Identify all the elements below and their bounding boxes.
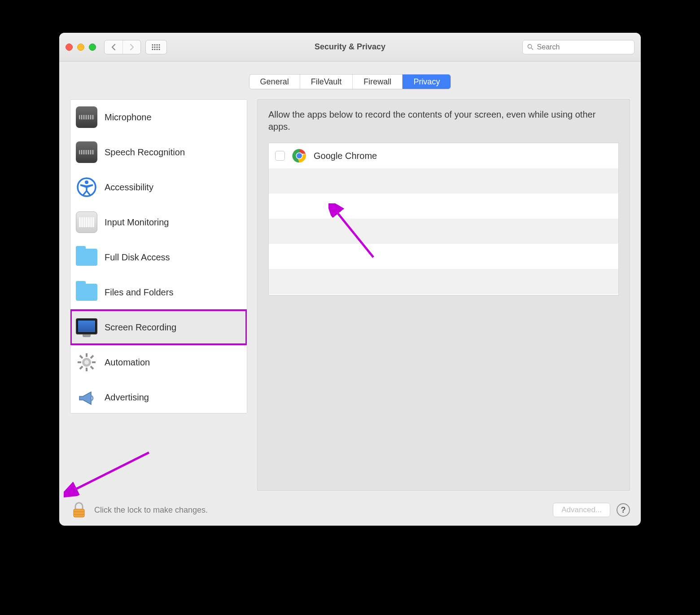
sidebar-item-speech-recognition[interactable]: Speech Recognition (70, 135, 247, 170)
svg-point-1 (154, 44, 155, 45)
svg-point-4 (152, 46, 153, 48)
sidebar-item-advertising[interactable]: Advertising (70, 380, 247, 413)
microphone-icon (76, 106, 97, 128)
sidebar-item-microphone[interactable]: Microphone (70, 100, 247, 135)
svg-point-2 (156, 44, 158, 45)
gear-icon (76, 351, 97, 373)
screen-icon (76, 316, 97, 338)
titlebar: Security & Privacy (59, 33, 641, 62)
svg-point-7 (158, 46, 160, 48)
app-checkbox[interactable] (275, 151, 285, 161)
list-row-blank (269, 244, 618, 269)
sidebar-item-input-monitoring[interactable]: Input Monitoring (70, 205, 247, 240)
list-row-blank (269, 193, 618, 219)
folder-icon (76, 281, 97, 303)
content-area: Microphone Speech Recognition Accessibil… (59, 89, 641, 494)
forward-button[interactable] (122, 40, 140, 54)
help-button[interactable]: ? (617, 503, 630, 517)
svg-line-13 (531, 48, 533, 49)
sidebar-item-full-disk-access[interactable]: Full Disk Access (70, 240, 247, 275)
svg-line-33 (335, 210, 373, 257)
sidebar-item-label: Advertising (105, 392, 149, 403)
svg-point-8 (152, 48, 153, 50)
tab-filevault[interactable]: FileVault (300, 75, 353, 89)
lock-label: Click the lock to make changes. (94, 505, 208, 515)
footer: Click the lock to make changes. Advanced… (59, 494, 641, 526)
svg-point-6 (156, 46, 158, 48)
svg-line-23 (91, 356, 93, 358)
sidebar-item-label: Files and Folders (105, 287, 173, 298)
list-row-blank (269, 219, 618, 244)
sidebar-item-label: Microphone (105, 112, 152, 123)
list-row-blank (269, 168, 618, 193)
search-input[interactable] (537, 43, 630, 51)
nav-buttons (104, 40, 141, 54)
svg-point-28 (297, 153, 302, 158)
svg-point-10 (156, 48, 158, 50)
tab-general[interactable]: General (249, 75, 300, 89)
svg-rect-29 (74, 509, 84, 517)
svg-point-12 (528, 44, 531, 48)
app-list: Google Chrome (268, 143, 619, 295)
traffic-lights (66, 44, 96, 51)
svg-point-9 (154, 48, 155, 50)
app-name: Google Chrome (314, 151, 377, 161)
advanced-button[interactable]: Advanced... (553, 503, 610, 517)
sidebar-item-screen-recording[interactable]: Screen Recording (70, 310, 247, 345)
sidebar-item-files-and-folders[interactable]: Files and Folders (70, 275, 247, 310)
show-all-button[interactable] (145, 40, 167, 54)
lock-icon[interactable] (70, 501, 88, 519)
sidebar-item-label: Screen Recording (105, 322, 176, 333)
search-icon (527, 44, 534, 50)
svg-point-0 (152, 44, 153, 45)
annotation-arrow-icon (328, 203, 382, 262)
maximize-button[interactable] (89, 44, 96, 51)
annotation-arrow-icon (64, 448, 153, 497)
minimize-button[interactable] (77, 44, 84, 51)
megaphone-icon (76, 387, 97, 408)
list-row-blank (269, 269, 618, 294)
chrome-icon (291, 148, 307, 164)
svg-point-25 (84, 360, 89, 365)
svg-point-15 (85, 180, 88, 184)
sidebar-item-label: Input Monitoring (105, 217, 169, 228)
svg-line-34 (73, 452, 149, 491)
sidebar-item-label: Full Disk Access (105, 252, 170, 263)
svg-point-11 (158, 48, 160, 50)
sidebar-item-accessibility[interactable]: Accessibility (70, 170, 247, 205)
folder-icon (76, 246, 97, 268)
tab-segmented-control: General FileVault Firewall Privacy (249, 74, 451, 89)
search-field[interactable] (522, 40, 634, 54)
back-button[interactable] (105, 40, 122, 54)
close-button[interactable] (66, 44, 73, 51)
detail-panel: Allow the apps below to record the conte… (257, 99, 630, 491)
tab-firewall[interactable]: Firewall (352, 75, 402, 89)
tab-row: General FileVault Firewall Privacy (59, 74, 641, 89)
description-text: Allow the apps below to record the conte… (268, 109, 619, 133)
svg-line-21 (80, 356, 83, 358)
tab-privacy[interactable]: Privacy (402, 75, 451, 89)
sidebar-item-label: Speech Recognition (105, 147, 185, 158)
keyboard-icon (76, 211, 97, 233)
accessibility-icon (76, 176, 97, 198)
svg-point-3 (158, 44, 160, 45)
svg-line-24 (80, 366, 83, 369)
privacy-category-list[interactable]: Microphone Speech Recognition Accessibil… (70, 99, 247, 413)
svg-line-22 (91, 366, 93, 369)
app-row-google-chrome[interactable]: Google Chrome (269, 143, 618, 168)
svg-point-5 (154, 46, 155, 48)
preferences-window: Security & Privacy General FileVault Fir… (59, 33, 641, 526)
sidebar-item-label: Accessibility (105, 182, 153, 193)
sidebar-item-label: Automation (105, 357, 150, 368)
sidebar-item-automation[interactable]: Automation (70, 345, 247, 380)
microphone-icon (76, 141, 97, 163)
